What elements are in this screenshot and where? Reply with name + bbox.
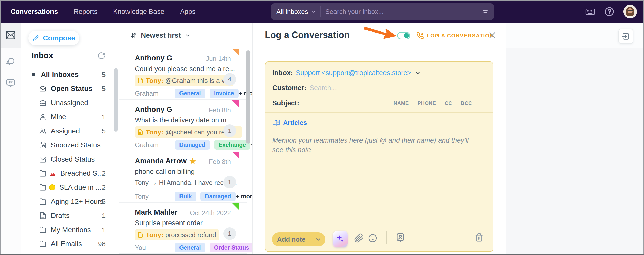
note-author: Tony: xyxy=(146,231,163,239)
message-count-badge: 1 xyxy=(223,227,236,240)
refresh-icon[interactable] xyxy=(97,52,106,61)
folder-icon xyxy=(39,184,47,191)
nav-conversations[interactable]: Conversations xyxy=(11,8,58,16)
conversation-item[interactable]: Anthony G Feb 8th What is the delivery d… xyxy=(119,100,247,151)
inbox-sidebar: Compose Inbox All Inboxes 5 Open Status … xyxy=(21,23,119,255)
contact-card-icon[interactable] xyxy=(395,232,406,243)
ai-assist-button[interactable] xyxy=(333,231,348,247)
sidebar-item-all-inboxes[interactable]: All Inboxes 5 xyxy=(21,68,119,82)
conversation-list-scrollbar[interactable] xyxy=(246,50,250,144)
sort-label: Newest first xyxy=(141,31,181,39)
toggle-knob xyxy=(404,33,409,38)
tag-pill[interactable]: General xyxy=(175,89,205,98)
sidebar-item-open-status[interactable]: Open Status 5 xyxy=(21,82,119,96)
nav-reports[interactable]: Reports xyxy=(74,8,98,16)
star-icon[interactable] xyxy=(189,157,196,165)
phone-field-button[interactable]: PHONE xyxy=(418,100,436,106)
book-icon xyxy=(272,119,280,127)
panel-header: Log a Conversation LOG A CONVERSATION xyxy=(253,23,506,48)
chevron-down-icon xyxy=(185,32,191,38)
nav-knowledge-base[interactable]: Knowledge Base xyxy=(113,8,164,16)
sidebar-scrollbar[interactable] xyxy=(114,68,118,132)
search-input[interactable] xyxy=(325,8,479,16)
sidebar-item-aging[interactable]: Aging 12+ Hours 5 xyxy=(21,195,119,209)
sidebar-item-sla-due[interactable]: SLA due in ... 2 xyxy=(21,180,119,195)
calendar-clock-icon xyxy=(39,141,47,149)
nav-right-cluster xyxy=(585,1,637,23)
inbox-field-label: Inbox: xyxy=(272,69,293,77)
sidebar-item-drafts[interactable]: Drafts 1 xyxy=(21,209,119,223)
emoji-icon[interactable] xyxy=(368,233,377,243)
divider xyxy=(265,112,493,113)
rail-email-channel[interactable] xyxy=(1,26,21,44)
sidebar-item-my-mentions[interactable]: My Mentions 1 xyxy=(21,223,119,237)
envelope-icon xyxy=(39,85,47,92)
check-square-icon xyxy=(39,155,47,163)
search-filter-icon[interactable] xyxy=(481,8,489,15)
articles-button[interactable]: Articles xyxy=(272,119,307,127)
chat-bubbles-icon xyxy=(6,57,16,67)
tag-pill[interactable]: Damaged xyxy=(175,140,210,150)
add-note-button[interactable]: Add note xyxy=(272,232,325,246)
sidebar-item-assigned[interactable]: Assigned 5 xyxy=(21,124,119,138)
bcc-field-button[interactable]: BCC xyxy=(461,100,472,106)
cc-field-button[interactable]: CC xyxy=(445,100,452,106)
sidebar-item-snoozed[interactable]: Snoozed Status xyxy=(21,138,119,152)
note-author: Tony: xyxy=(146,77,163,85)
log-a-conversation-button[interactable]: LOG A CONVERSATION xyxy=(416,32,494,39)
name-field-button[interactable]: NAME xyxy=(394,100,409,106)
folder-icon xyxy=(39,198,47,205)
search-scope-dropdown[interactable]: All inboxes xyxy=(276,8,316,16)
panel-title: Log a Conversation xyxy=(265,30,350,40)
rail-chat-channel[interactable] xyxy=(1,53,21,71)
conversation-item[interactable]: Mark Mahler Oct 24th 2022 Surprise prese… xyxy=(119,203,247,254)
note-text: processed refund xyxy=(165,231,216,239)
note-toolbar: Add note xyxy=(265,227,493,251)
tag-pill[interactable]: Damaged xyxy=(200,192,236,201)
conversation-preview: phone call on billing xyxy=(135,168,195,176)
subject-field-label: Subject: xyxy=(272,99,299,107)
close-icon[interactable] xyxy=(488,31,497,39)
reply-snippet: Tony → Hi Amanda. I have receiv... xyxy=(135,179,237,187)
folder-icon xyxy=(39,170,47,177)
conversation-list: Newest first Anthony G Jun 14th Could yo… xyxy=(119,23,252,255)
priority-corner-flag xyxy=(232,100,239,107)
folder-icon xyxy=(39,240,47,248)
note-editor[interactable]: Mention your teammates here (just @ and … xyxy=(272,136,477,155)
tag-pill[interactable]: Invoice xyxy=(210,89,239,98)
inbox-field-value[interactable]: Support <support@tropicaltees.store> xyxy=(296,69,411,77)
expand-sidebar-button[interactable] xyxy=(618,29,633,44)
conversation-preview: What is the delivery date on m... xyxy=(135,116,232,124)
tag-pill[interactable]: General xyxy=(175,243,205,252)
sidebar-item-all-emails[interactable]: All Emails 98 xyxy=(21,237,119,251)
conversation-item[interactable]: Amanda Arrow Feb 8th phone call on billi… xyxy=(119,152,247,203)
log-conversation-toggle[interactable] xyxy=(397,32,410,39)
sidebar-item-unassigned[interactable]: Unassigned xyxy=(21,96,119,110)
rail-social-channel[interactable] xyxy=(1,74,21,92)
assignee-label: Graham xyxy=(135,141,160,149)
panel-expand-icon xyxy=(622,32,630,41)
sidebar-item-mine[interactable]: Mine 1 xyxy=(21,110,119,124)
chevron-down-icon[interactable] xyxy=(414,70,421,76)
tag-pill[interactable]: Bulk xyxy=(175,192,196,201)
trash-icon[interactable] xyxy=(475,233,484,242)
priority-corner-flag xyxy=(232,152,239,158)
help-icon[interactable] xyxy=(604,6,615,17)
conversation-item[interactable]: Anthony G Jun 14th Could you please send… xyxy=(119,49,247,100)
nav-apps[interactable]: Apps xyxy=(180,8,196,16)
tag-pill[interactable]: Order Status xyxy=(210,243,254,252)
customer-search-input[interactable]: Search... xyxy=(310,84,337,92)
chevron-down-icon[interactable] xyxy=(311,236,325,243)
conversation-preview: Could you please send me a re... xyxy=(135,65,235,73)
sidebar-item-breached-sla[interactable]: Breached S... 2 xyxy=(21,166,119,180)
attachment-icon[interactable] xyxy=(354,233,364,243)
annotation-arrow xyxy=(364,25,397,42)
sidebar-item-closed[interactable]: Closed Status xyxy=(21,152,119,166)
user-avatar[interactable] xyxy=(623,5,637,18)
search-bar[interactable]: All inboxes xyxy=(271,3,494,20)
tag-pill[interactable]: Exchange xyxy=(214,140,251,150)
compose-button[interactable]: Compose xyxy=(28,31,79,45)
sort-dropdown[interactable]: Newest first xyxy=(119,23,252,48)
keyboard-shortcuts-icon[interactable] xyxy=(585,6,596,17)
customer-field-row: Customer: Search... xyxy=(272,84,337,92)
